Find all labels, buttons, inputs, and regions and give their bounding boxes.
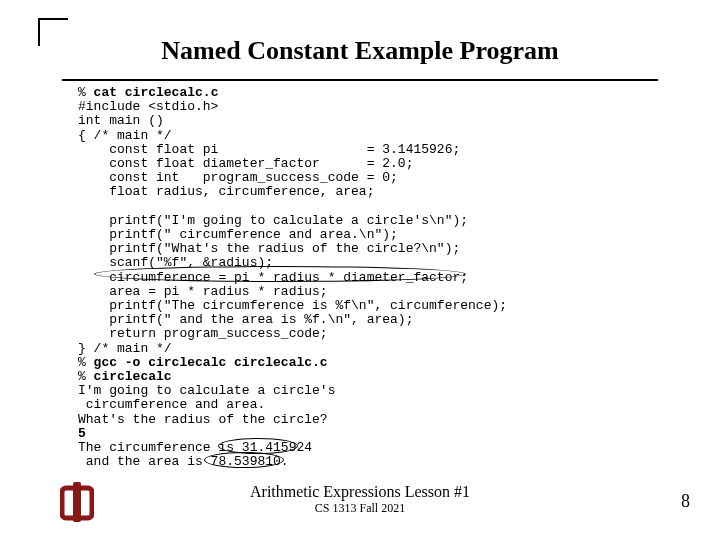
annotation-circle bbox=[204, 452, 284, 468]
annotation-circle bbox=[94, 266, 466, 282]
code-line: % bbox=[78, 85, 94, 100]
code-line: int main () bbox=[78, 113, 164, 128]
code-line: % bbox=[78, 369, 94, 384]
slide-footer: Arithmetic Expressions Lesson #1 CS 1313… bbox=[0, 483, 720, 516]
code-line: area = pi * radius * radius; bbox=[78, 284, 328, 299]
code-line: printf(" and the area is %f.\n", area); bbox=[78, 312, 413, 327]
code-line: printf(" circumference and area.\n"); bbox=[78, 227, 398, 242]
code-input: 5 bbox=[78, 426, 86, 441]
code-line: const float diameter_factor = 2.0; bbox=[78, 156, 413, 171]
code-line: { /* main */ bbox=[78, 128, 172, 143]
code-line: } /* main */ bbox=[78, 341, 172, 356]
code-line: const int program_success_code = 0; bbox=[78, 170, 398, 185]
code-line: float radius, circumference, area; bbox=[78, 184, 374, 199]
slide-title: Named Constant Example Program bbox=[0, 36, 720, 66]
code-line: printf("What's the radius of the circle?… bbox=[78, 241, 460, 256]
footer-line-2: CS 1313 Fall 2021 bbox=[0, 501, 720, 516]
code-line: I'm going to calculate a circle's bbox=[78, 383, 335, 398]
code-command: gcc -o circlecalc circlecalc.c bbox=[94, 355, 328, 370]
code-line: #include <stdio.h> bbox=[78, 99, 218, 114]
code-line: printf("I'm going to calculate a circle'… bbox=[78, 213, 468, 228]
code-line: const float pi = 3.1415926; bbox=[78, 142, 460, 157]
code-line: What's the radius of the circle? bbox=[78, 412, 328, 427]
code-blank bbox=[78, 199, 86, 214]
code-line: circumference and area. bbox=[78, 397, 265, 412]
code-command: circlecalc bbox=[94, 369, 172, 384]
title-underline bbox=[62, 79, 658, 81]
page-number: 8 bbox=[681, 491, 690, 512]
code-command: cat circlecalc.c bbox=[94, 85, 219, 100]
university-logo-icon bbox=[60, 482, 94, 522]
svg-rect-1 bbox=[73, 482, 81, 522]
code-line: printf("The circumference is %f\n", circ… bbox=[78, 298, 507, 313]
footer-line-1: Arithmetic Expressions Lesson #1 bbox=[0, 483, 720, 501]
code-line: % bbox=[78, 355, 94, 370]
code-line: return program_success_code; bbox=[78, 326, 328, 341]
